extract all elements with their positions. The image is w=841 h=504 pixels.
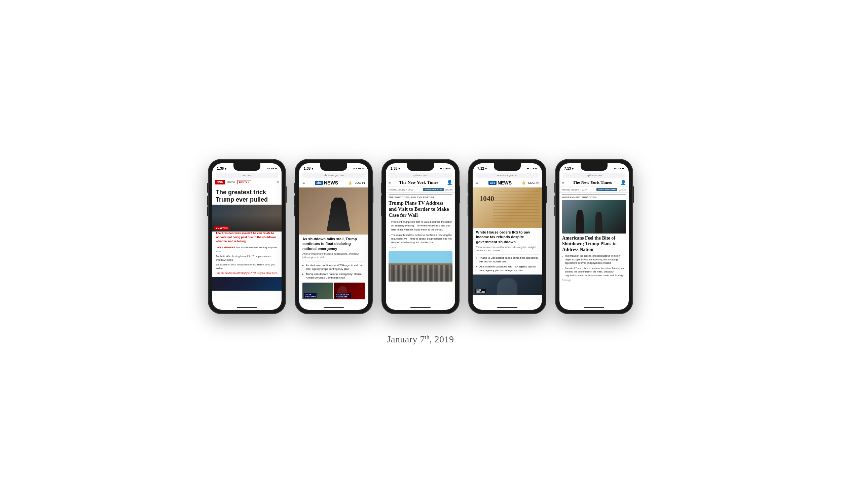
phone-nyt2: 7:13 ▾ ▪▪ LTE ▪▪ nytimes.com ≡ The New Y… — [555, 159, 633, 314]
abc1-bullet-1: As shutdown continues and TSA agents cal… — [303, 264, 365, 271]
abc2-nav-right: 🔔 LOG IN — [522, 181, 538, 184]
cnn-live-tag: LIVE UPDATES — [216, 246, 235, 249]
abc2-navbar: ≡ abc NEWS 🔔 LOG IN — [473, 178, 542, 187]
phone-abc1: 1:38 ▾ ▪▪ LTE ▪▪ abcnews.go.com ≡ abc NE… — [295, 159, 372, 314]
nyt1-section-label: THE SHUTDOWN AND THE BORDER — [389, 195, 452, 199]
nyt1-menu-icon[interactable]: ≡ — [389, 180, 391, 184]
nyt2-headline: Americans Feel the Bite of Shutdown; Tru… — [562, 236, 626, 252]
nyt2-login-link[interactable]: LOG IN — [619, 188, 626, 191]
caption-year: , 2019 — [430, 334, 454, 344]
caption-text: January 7 — [387, 334, 425, 344]
cnn-hero-image: ANALYSIS — [212, 205, 281, 232]
page-caption: January 7th, 2019 — [387, 334, 454, 345]
nyt2-subscribe-button[interactable]: SUBSCRIBE NOW — [597, 188, 617, 191]
nyt1-body: THE SHUTDOWN AND THE BORDER Trump Plans … — [386, 193, 455, 284]
nyt2-menu-icon[interactable]: ≡ — [562, 180, 564, 184]
phone-abc2: 7:12 ▾ ▪▪ LTE ▪▪ abcnews.go.com ≡ abc NE… — [469, 159, 546, 314]
abc1-logo: abc NEWS — [315, 180, 338, 185]
nyt1-profile-icon[interactable]: 👤 — [447, 180, 452, 185]
abc2-login-link[interactable]: LOG IN — [528, 181, 538, 184]
cnn-body-text-1: Analysis: After boxing himself in, Trump… — [216, 255, 278, 262]
url-bar-abc2[interactable]: abcnews.go.com — [476, 173, 538, 178]
abc2-logo-text: NEWS — [498, 180, 512, 185]
abc2-headline: White House orders IRS to pay income tax… — [473, 228, 542, 244]
abc2-logo: abc NEWS — [488, 180, 512, 185]
url-bar-cnn[interactable]: cnn.com — [216, 173, 278, 178]
abc1-logo-badge: abc — [315, 181, 323, 185]
nyt2-hero-image — [562, 200, 626, 234]
abc2-menu-icon[interactable]: ≡ — [476, 180, 478, 185]
abc1-body: As shutdown talks stall, Trump continues… — [299, 235, 368, 301]
nyt2-logo: The New York Times — [573, 180, 612, 185]
home-indicator-abc1 — [324, 307, 344, 308]
cnn-body-text-3: Has the shutdown affected you? Tell us y… — [216, 271, 278, 275]
cnn-body-text-2: We asked for your shutdown stories. Here… — [216, 263, 278, 270]
signal-icons-abc2: ▪▪ LTE ▪▪ — [527, 167, 537, 170]
abc1-login-link[interactable]: LOG IN — [355, 181, 365, 184]
url-bar-abc1[interactable]: abcnews.go.com — [303, 173, 365, 178]
abc2-bullet-1: Trump to visit border, make prime-time s… — [473, 256, 542, 264]
abc2-subtext: There was a concern that refunds to earl… — [473, 246, 542, 253]
nyt1-subscribe-button[interactable]: SUBSCRIBE NOW — [423, 188, 444, 191]
cnn-live-button[interactable]: Live TV ▸ — [237, 180, 252, 184]
cnn-red-text: The President was asked if he can relate… — [216, 232, 278, 244]
time-abc2: 7:12 ▾ — [477, 167, 487, 170]
abc2-logo-badge: abc — [488, 181, 497, 185]
url-bar-nyt1[interactable]: nytimes.com — [389, 173, 452, 178]
nyt1-navbar: ≡ The New York Times 👤 — [386, 178, 455, 187]
cnn-body: The President was asked if he can relate… — [212, 232, 281, 275]
phones-container: 1:36 ▾ ▪▪ LTE ▪▪ cnn.com CNN Home Live T… — [208, 159, 633, 314]
signal-icons-abc1: ▪▪ LTE ▪▪ — [354, 167, 364, 170]
cnn-analysis-badge: ANALYSIS — [214, 227, 229, 230]
nyt2-bullet-2: President Trump plans to address the nat… — [562, 267, 626, 277]
abc2-bottom-image: MIXEDMESSAGES — [473, 274, 542, 295]
abc1-menu-icon[interactable]: ≡ — [303, 180, 305, 185]
notch-nyt1 — [407, 163, 434, 171]
phone-nyt1: 1:38 ▾ ▪▪ LTE ▪▪ nytimes.com ≡ The New Y… — [382, 159, 459, 314]
nyt1-bullet-2: The major broadcast networks confirmed r… — [389, 233, 452, 245]
home-indicator-nyt1 — [410, 307, 431, 308]
abc1-nav-right: 🔔 LOG IN — [348, 181, 365, 184]
nyt1-datebar: Monday, January 7, 2019 SUBSCRIBE NOW LO… — [386, 187, 455, 193]
nyt1-login-link[interactable]: LOG IN — [445, 188, 452, 191]
notch-nyt2 — [581, 163, 607, 171]
nyt1-timestamp: 1h ago — [389, 246, 452, 249]
home-indicator-abc2 — [497, 307, 517, 308]
abc2-divider — [476, 254, 538, 255]
abc1-bottom-label-1: DAY 18SHUTDOWN — [304, 293, 316, 298]
nyt1-bullet-1: President Trump said that he would addre… — [389, 220, 452, 232]
cnn-home-link[interactable]: Home — [227, 180, 235, 184]
notch-abc2 — [494, 163, 521, 171]
abc2-bullet-2: As shutdown continues and TSA agents cal… — [473, 265, 542, 272]
home-indicator-nyt2 — [584, 307, 604, 308]
time-abc1: 1:38 ▾ — [304, 167, 313, 170]
caption-sup: th — [425, 334, 429, 340]
abc1-divider — [303, 262, 365, 262]
abc1-headline: As shutdown talks stall, Trump continues… — [303, 236, 365, 251]
time-nyt1: 1:38 ▾ — [391, 167, 400, 170]
cnn-navbar: CNN Home Live TV ▸ ≡ — [212, 178, 281, 186]
abc1-navbar: ≡ abc NEWS 🔔 LOG IN — [299, 178, 368, 187]
signal-icons-nyt1: ▪▪ LTE ▪▪ — [440, 167, 450, 170]
abc1-bottom-label-2: FACES OF THESHUTDOWN — [336, 293, 351, 298]
nyt2-datebar: Monday, January 7, 2019 SUBSCRIBE NOW LO… — [560, 187, 629, 193]
cnn-menu-icon[interactable]: ≡ — [276, 180, 279, 184]
url-bar-nyt2[interactable]: nytimes.com — [563, 173, 625, 178]
notch-abc1 — [320, 163, 347, 171]
time-cnn: 1:36 ▾ — [217, 167, 226, 170]
abc1-bottom-images: DAY 18SHUTDOWN FACES OF THESHUTDOWN — [303, 283, 365, 299]
cnn-bottom-image — [212, 277, 281, 291]
cnn-logo: CNN — [215, 180, 225, 184]
phone-cnn: 1:36 ▾ ▪▪ LTE ▪▪ cnn.com CNN Home Live T… — [208, 159, 286, 314]
abc2-mixed-messages-label: MIXEDMESSAGES — [475, 289, 486, 293]
nyt2-profile-icon[interactable]: 👤 — [620, 180, 626, 185]
abc1-bell-icon[interactable]: 🔔 — [348, 181, 352, 184]
nyt2-bullet-1: The impact of the second-longest shutdow… — [562, 254, 626, 265]
nyt2-timestamp: 51m ago — [562, 279, 626, 281]
abc1-bullet-2: Trump can declare national emergency: Ho… — [303, 272, 365, 280]
nyt1-border-image — [389, 251, 452, 282]
abc2-bell-icon[interactable]: 🔔 — [522, 181, 526, 184]
nyt1-logo: The New York Times — [399, 180, 438, 185]
nyt2-body: GOVERNMENT SHUTDOWN Americans Feel the B… — [560, 193, 629, 285]
cnn-headline: The greatest trick Trump ever pulled — [212, 186, 281, 205]
